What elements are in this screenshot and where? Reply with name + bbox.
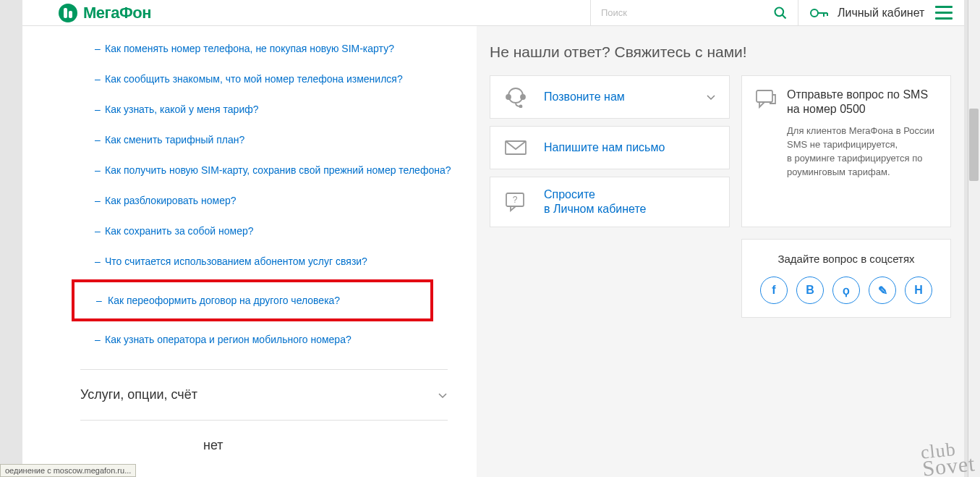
contact-title: Не нашли ответ? Свяжитесь с нами! (490, 43, 951, 61)
chevron-down-icon (438, 390, 448, 400)
dash-icon: – (95, 103, 101, 116)
faq-list: –Как поменять номер телефона, не покупая… (22, 26, 477, 355)
contact-column: Не нашли ответ? Свяжитесь с нами! Позвон… (477, 26, 964, 477)
dash-icon: – (95, 42, 101, 55)
sms-body: Для клиентов МегаФона в России SMS не та… (787, 124, 937, 179)
search-icon[interactable] (773, 6, 788, 20)
browser-scrollbar-thumb[interactable] (969, 109, 979, 181)
faq-item[interactable]: –Что считается использованием абонентом … (22, 246, 477, 277)
logo-icon (59, 4, 77, 22)
vk-icon[interactable]: В (796, 277, 824, 304)
faq-link[interactable]: Как переоформить договор на другого чело… (108, 295, 340, 306)
chevron-down-icon[interactable] (706, 92, 716, 102)
faq-link[interactable]: Как получить новую SIM-карту, сохранив с… (105, 164, 451, 176)
dash-icon: – (95, 194, 101, 207)
accordion-truncated[interactable]: нет (80, 420, 448, 470)
svg-point-2 (811, 9, 818, 17)
faq-link[interactable]: Как сменить тарифный план? (105, 134, 244, 145)
key-icon (810, 7, 829, 19)
dash-icon: – (95, 255, 101, 268)
faq-item[interactable]: –Как узнать оператора и регион мобильног… (22, 324, 477, 355)
svg-point-9 (520, 106, 522, 108)
faq-link[interactable]: Как узнать, какой у меня тариф? (105, 104, 259, 115)
faq-item[interactable]: –Как переоформить договор на другого чел… (72, 279, 433, 321)
faq-item[interactable]: –Как сменить тарифный план? (22, 124, 477, 155)
svg-point-0 (775, 7, 784, 16)
faq-link[interactable]: Как разблокировать номер? (105, 195, 237, 206)
dash-icon: – (95, 224, 101, 237)
accordion-services[interactable]: Услуги, опции, счёт (80, 369, 448, 420)
cabinet-label: Личный кабинет (838, 7, 926, 20)
faq-item[interactable]: –Как сообщить знакомым, что мой номер те… (22, 64, 477, 94)
faq-link[interactable]: Как сохранить за собой номер? (105, 225, 254, 237)
svg-line-1 (783, 14, 786, 18)
svg-point-7 (506, 95, 511, 99)
faq-item[interactable]: –Как сохранить за собой номер? (22, 216, 477, 246)
social-title: Задайте вопрос в соцсетях (755, 253, 937, 265)
ask-cabinet-link[interactable]: Спроситев Личном кабинете (544, 187, 716, 216)
accordion-label: нет (203, 438, 223, 453)
browser-scrollbar-track[interactable] (968, 0, 980, 477)
sms-icon (755, 89, 777, 109)
sms-title: Отправьте вопрос по SMS на номер 0500 (787, 88, 937, 117)
write-us-link[interactable]: Напишите нам письмо (544, 140, 716, 155)
headset-icon (503, 86, 528, 108)
ask-cabinet-card[interactable]: ? Спроситев Личном кабинете (490, 177, 730, 227)
logo-text: МегаФон (83, 4, 151, 22)
svg-rect-13 (757, 90, 772, 102)
sms-card: Отправьте вопрос по SMS на номер 0500 Дл… (741, 75, 951, 227)
mail-icon (503, 137, 528, 159)
personal-cabinet-link[interactable]: Личный кабинет (798, 6, 964, 20)
social-card: Задайте вопрос в соцсетях f В ϙ ✎ Н (741, 239, 951, 318)
lj-icon[interactable]: ✎ (869, 277, 896, 304)
dash-icon: – (95, 72, 101, 85)
habr-icon[interactable]: Н (905, 277, 932, 304)
browser-status-bar: оединение с moscow.megafon.ru... (0, 464, 136, 477)
call-us-card[interactable]: Позвоните нам (490, 75, 730, 119)
site-header: МегаФон Личный кабинет (22, 0, 964, 26)
faq-link[interactable]: Что считается использованием абонентом у… (105, 256, 367, 267)
faq-item[interactable]: –Как узнать, какой у меня тариф? (22, 94, 477, 124)
faq-item[interactable]: –Как получить новую SIM-карту, сохранив … (22, 155, 477, 185)
dash-icon: – (96, 294, 102, 307)
faq-item[interactable]: –Как поменять номер телефона, не покупая… (22, 33, 477, 64)
dash-icon: – (95, 333, 101, 346)
faq-link[interactable]: Как поменять номер телефона, не покупая … (105, 43, 394, 54)
page-body: –Как поменять номер телефона, не покупая… (22, 26, 964, 477)
faq-column: –Как поменять номер телефона, не покупая… (22, 26, 477, 477)
faq-link[interactable]: Как сообщить знакомым, что мой номер тел… (105, 73, 403, 85)
logo[interactable]: МегаФон (22, 4, 590, 22)
faq-item[interactable]: –Как разблокировать номер? (22, 185, 477, 216)
search-input[interactable] (601, 7, 773, 18)
dash-icon: – (95, 164, 101, 177)
menu-icon[interactable] (935, 6, 953, 20)
search-box[interactable] (590, 0, 798, 26)
call-us-link[interactable]: Позвоните нам (544, 90, 690, 104)
ok-icon[interactable]: ϙ (832, 277, 860, 304)
chat-question-icon: ? (503, 191, 528, 213)
write-us-card[interactable]: Напишите нам письмо (490, 126, 730, 169)
faq-link[interactable]: Как узнать оператора и регион мобильного… (105, 334, 351, 345)
dash-icon: – (95, 133, 101, 146)
accordion-label: Услуги, опции, счёт (80, 387, 197, 402)
facebook-icon[interactable]: f (760, 277, 788, 304)
svg-text:?: ? (513, 195, 518, 205)
svg-point-8 (521, 95, 525, 99)
